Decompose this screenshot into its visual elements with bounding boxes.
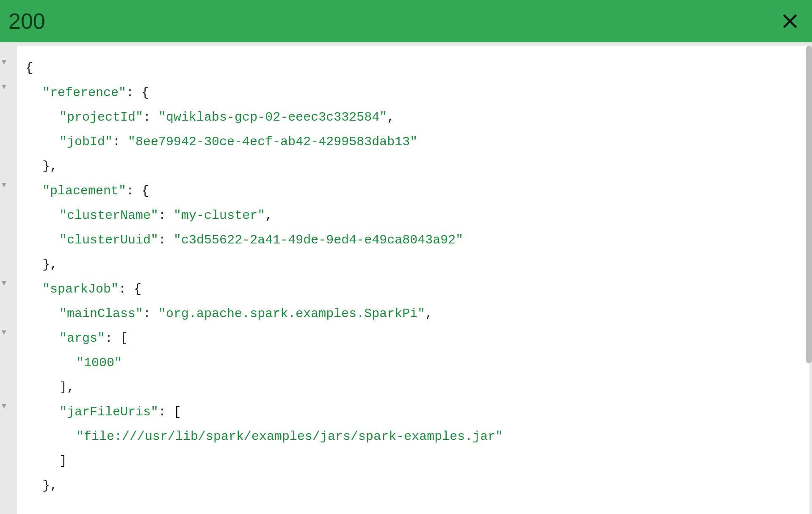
close-button[interactable] bbox=[780, 11, 800, 31]
json-key: clusterName bbox=[67, 208, 151, 223]
json-key: mainClass bbox=[67, 307, 135, 321]
json-value: c3d55622-2a41-49de-9ed4-e49ca8043a92 bbox=[181, 233, 456, 247]
response-header: 200 bbox=[0, 0, 812, 42]
json-key: clusterUuid bbox=[67, 233, 151, 247]
json-key: jarFileUris bbox=[67, 405, 151, 419]
json-value: file:///usr/lib/spark/examples/jars/spar… bbox=[84, 429, 495, 444]
status-code: 200 bbox=[8, 8, 45, 34]
fold-arrow-icon[interactable]: ▼ bbox=[2, 329, 6, 336]
json-value: org.apache.spark.examples.SparkPi bbox=[166, 307, 417, 321]
json-value: my-cluster bbox=[181, 208, 257, 223]
response-body: ▼ ▼ ▼ ▼ ▼ ▼ { "reference": { "projectId"… bbox=[0, 42, 812, 514]
json-key: placement bbox=[50, 184, 119, 198]
json-key: projectId bbox=[67, 110, 135, 124]
fold-gutter: ▼ ▼ ▼ ▼ ▼ ▼ bbox=[0, 46, 17, 514]
json-key: args bbox=[67, 331, 97, 345]
fold-arrow-icon[interactable]: ▼ bbox=[2, 58, 6, 66]
fold-arrow-icon[interactable]: ▼ bbox=[2, 83, 6, 91]
json-value: 8ee79942-30ce-4ecf-ab42-4299583dab13 bbox=[135, 135, 410, 149]
scrollbar-thumb[interactable] bbox=[806, 46, 812, 363]
fold-arrow-icon[interactable]: ▼ bbox=[2, 181, 6, 189]
fold-arrow-icon[interactable]: ▼ bbox=[2, 402, 6, 410]
fold-arrow-icon[interactable]: ▼ bbox=[2, 279, 6, 287]
close-icon bbox=[781, 12, 799, 30]
json-value: qwiklabs-gcp-02-eeec3c332584 bbox=[166, 110, 379, 124]
json-viewer[interactable]: { "reference": { "projectId": "qwiklabs-… bbox=[17, 46, 809, 514]
json-key: reference bbox=[50, 86, 119, 100]
json-key: sparkJob bbox=[50, 282, 111, 296]
json-value: 1000 bbox=[84, 356, 114, 370]
json-key: jobId bbox=[67, 135, 105, 149]
